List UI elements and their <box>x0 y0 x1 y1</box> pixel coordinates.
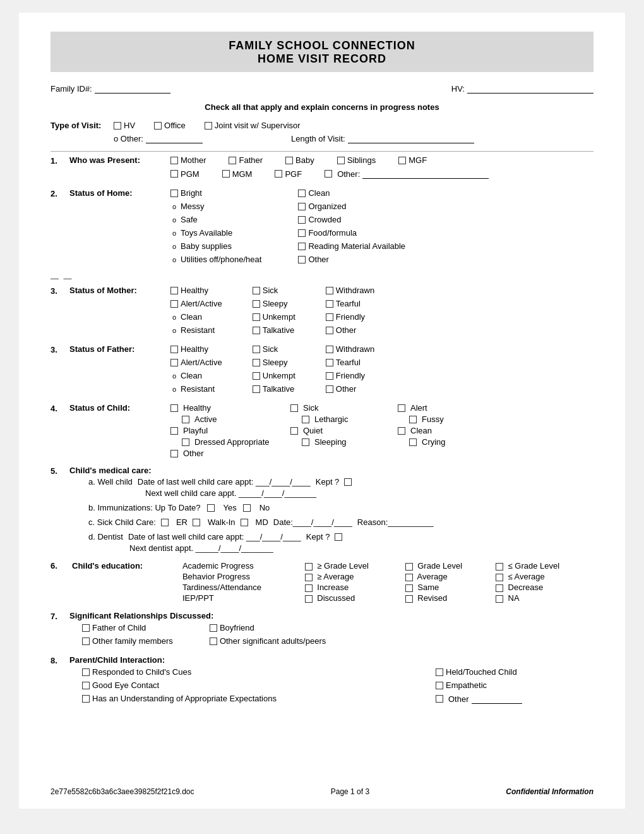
s2-other-label: Other <box>308 255 329 264</box>
s2-messy: o Messy <box>170 202 261 211</box>
s1-pgm: PGM <box>170 169 200 179</box>
s3a-oth-cb[interactable] <box>326 327 333 334</box>
s2-food-cb[interactable] <box>298 229 306 237</box>
s1-father: Father <box>229 155 263 165</box>
s6-table: Child's education: Academic Progress ≥ G… <box>69 560 593 603</box>
s2-clean-cb[interactable] <box>298 190 306 197</box>
tv-office-checkbox[interactable] <box>154 122 162 130</box>
s3a-row: 3. Status of Mother: Healthy Alert/Activ… <box>51 286 593 337</box>
s5-a-kept-cb[interactable] <box>344 478 352 486</box>
s2-crowd-cb[interactable] <box>298 216 306 224</box>
s4-alert-cb[interactable] <box>398 404 405 412</box>
s4-playful-cb[interactable] <box>170 427 178 435</box>
type-visit-row: Type of Visit: HV Office Joint visit w/ … <box>51 121 593 143</box>
hv-value[interactable] <box>467 83 593 94</box>
s3b-healthy-cb[interactable] <box>170 346 178 353</box>
s1-pgf-cb[interactable] <box>275 170 282 178</box>
s3a-with-lbl: Withdrawn <box>336 286 374 295</box>
family-id-value[interactable] <box>95 83 170 94</box>
s4-dressed-cb[interactable] <box>182 438 189 446</box>
s2-bright-cb[interactable] <box>170 190 178 197</box>
s3a-talk-cb[interactable] <box>253 327 260 334</box>
s4-sleeping-lbl: Sleeping <box>314 437 347 447</box>
s3b-with-cb[interactable] <box>326 346 333 353</box>
s6-tard-opt1: Increase <box>302 582 403 593</box>
s4-active-cb[interactable] <box>182 416 189 423</box>
s3b-unk-cb[interactable] <box>253 372 260 380</box>
s6-behav-opt3: ≤ Average <box>493 571 593 582</box>
s7-father-cb[interactable] <box>82 624 90 632</box>
s8-und-cb[interactable] <box>82 695 90 703</box>
s3b-sleepy-cb[interactable] <box>253 359 260 366</box>
s1-pgm-cb[interactable] <box>170 170 178 178</box>
s1-mgm-cb[interactable] <box>222 170 230 178</box>
s2-org-label: Organized <box>308 202 346 211</box>
s2-other-cb[interactable] <box>298 256 306 263</box>
s3a-unk-cb[interactable] <box>253 313 260 321</box>
s7-family-lbl: Other family members <box>92 636 173 646</box>
s3a-fren-cb[interactable] <box>326 313 333 321</box>
s1-baby-cb[interactable] <box>285 157 293 164</box>
s1-other-value[interactable] <box>362 169 489 179</box>
s1-mother-cb[interactable] <box>170 157 178 164</box>
s3b-fren-cb[interactable] <box>326 372 333 380</box>
s4-sick-cb[interactable] <box>290 404 298 412</box>
s7-boyfriend-cb[interactable] <box>210 624 217 632</box>
footer: 2e77e5582c6b3a6c3aee39825f2f21c9.doc Pag… <box>51 787 593 796</box>
s3b-sick-cb[interactable] <box>253 346 260 353</box>
s4-fussy-cb[interactable] <box>409 416 417 423</box>
s3a-tear-cb[interactable] <box>326 300 333 308</box>
s1-father-cb[interactable] <box>229 157 236 164</box>
s5-b-yes-cb[interactable] <box>207 504 215 512</box>
s5-c-md-cb[interactable] <box>241 519 248 526</box>
s3a-with-cb[interactable] <box>326 287 333 294</box>
s3a-sick-cb[interactable] <box>253 287 260 294</box>
s2-read-cb[interactable] <box>298 243 306 250</box>
s5-d-kept-cb[interactable] <box>335 533 342 541</box>
s7-family-cb[interactable] <box>82 638 90 645</box>
s8-cues-cb[interactable] <box>82 668 90 676</box>
s3b-oth-cb[interactable] <box>326 385 333 393</box>
s8-other-value[interactable] <box>472 694 522 704</box>
s4-sleeping-cb[interactable] <box>302 438 309 446</box>
s3a-healthy-cb[interactable] <box>170 287 178 294</box>
s2-org-cb[interactable] <box>298 203 306 210</box>
tv-length-value[interactable] <box>348 133 474 143</box>
s8-held-cb[interactable] <box>436 668 443 676</box>
s2-food-label: Food/formula <box>308 228 357 238</box>
s7-adults-cb[interactable] <box>210 638 217 645</box>
s5-c-md-lbl: MD <box>256 517 268 527</box>
s1-mgf-cb[interactable] <box>398 157 406 164</box>
s4-alert-lbl: Alert <box>410 403 427 413</box>
s5-b-no-cb[interactable] <box>243 504 251 512</box>
s3b-tear-cb[interactable] <box>326 359 333 366</box>
s3a-friendly: Friendly <box>326 312 374 322</box>
s1-siblings-cb[interactable] <box>337 157 345 164</box>
s8-oth-lbl: Other <box>448 694 469 704</box>
s8-eye-cb[interactable] <box>82 682 90 689</box>
s4-lethargic-cb[interactable] <box>302 416 309 423</box>
s3b-alert-cb[interactable] <box>170 359 178 366</box>
s8-label: Parent/Child Interaction: <box>69 655 593 665</box>
s4-active: Active <box>170 414 271 424</box>
s3b-resistant: oResistant <box>170 384 222 394</box>
s5-c-walkin-cb[interactable] <box>193 519 200 526</box>
tv-joint-checkbox[interactable] <box>205 122 212 130</box>
s4-healthy-cb[interactable] <box>170 404 178 412</box>
s4-quiet-cb[interactable] <box>290 427 298 435</box>
tv-hv-checkbox[interactable] <box>114 122 121 130</box>
s1-other-cb[interactable] <box>325 170 332 178</box>
s3b-talk-cb[interactable] <box>253 385 260 393</box>
s7-father-lbl: Father of Child <box>92 623 146 632</box>
s4-crying-cb[interactable] <box>409 438 417 446</box>
s3a-clean-lbl: Clean <box>181 312 202 322</box>
s3a-sleepy-cb[interactable] <box>253 300 260 308</box>
s8-oth-cb[interactable] <box>436 695 443 703</box>
s3a-alert-cb[interactable] <box>170 300 178 308</box>
s4-clean-cb[interactable] <box>398 427 405 435</box>
tv-other-value[interactable] <box>146 133 203 143</box>
s8-emp-cb[interactable] <box>436 682 443 689</box>
s1-baby: Baby <box>285 155 314 165</box>
s5-c-er-cb[interactable] <box>161 519 169 526</box>
s4-other-cb[interactable] <box>170 450 178 457</box>
